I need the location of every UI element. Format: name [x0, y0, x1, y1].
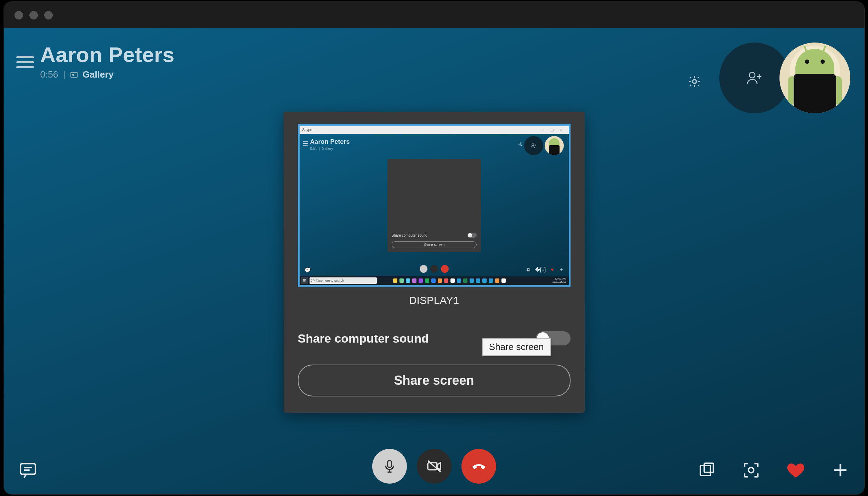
traffic-light-close[interactable] [15, 11, 23, 19]
svg-point-0 [692, 80, 696, 84]
menu-icon[interactable] [16, 53, 34, 71]
end-call-button[interactable] [461, 449, 496, 484]
gallery-icon[interactable] [70, 72, 78, 78]
svg-rect-8 [704, 463, 713, 473]
svg-rect-6 [428, 463, 437, 470]
traffic-light-zoom[interactable] [44, 11, 53, 19]
call-header: Aaron Peters 0:56 | Gallery [4, 28, 864, 113]
call-surface: Aaron Peters 0:56 | Gallery [4, 28, 864, 494]
preview-search-box: Type here to search [310, 277, 377, 284]
caller-info: Aaron Peters 0:56 | Gallery [40, 43, 175, 80]
share-screen-icon[interactable] [697, 460, 716, 480]
mute-button[interactable] [372, 449, 407, 484]
reaction-button[interactable] [786, 460, 806, 480]
preview-caller-name: Aaron Peters [310, 138, 350, 146]
preview-window-titlebar: Skype — ▢ ✕ [300, 126, 569, 134]
bottom-right-controls [697, 460, 850, 480]
svg-point-3 [532, 143, 534, 146]
preview-window-buttons: — ▢ ✕ [540, 126, 566, 134]
preview-add-participant [524, 136, 543, 155]
more-button[interactable] [830, 460, 850, 480]
divider: | [63, 69, 66, 80]
preview-inner-toggle [467, 233, 477, 238]
preview-settings-icon [518, 142, 523, 147]
preview-clock: 12:01 AM 11/13/2018 [552, 277, 568, 284]
preview-search-placeholder: Type here to search [316, 279, 344, 282]
call-subline: 0:56 | Gallery [40, 69, 175, 80]
share-screen-button[interactable]: Share screen [298, 365, 571, 396]
call-duration: 0:56 [40, 69, 58, 80]
gallery-link[interactable]: Gallery [83, 69, 114, 80]
preview-subline: 0:51 | Gallery [310, 147, 333, 151]
app-window: Aaron Peters 0:56 | Gallery [4, 2, 864, 494]
caller-name: Aaron Peters [40, 43, 175, 67]
preview-inner-panel: Share computer sound Share screen [387, 159, 481, 252]
preview-tray-icons [379, 278, 552, 283]
svg-rect-7 [700, 466, 710, 475]
display-label: DISPLAY1 [298, 294, 571, 306]
snapshot-icon[interactable] [741, 460, 761, 480]
preview-taskbar: ⊞ Type here to search [300, 276, 569, 285]
preview-right-icons: ⧉�[○] ♥＋ [527, 266, 564, 273]
preview-call-controls [420, 265, 449, 273]
preview-inner-sound-label: Share computer sound [392, 233, 427, 237]
share-screen-tooltip: Share screen [482, 338, 551, 356]
preview-menu-icon [303, 140, 308, 147]
macos-titlebar [4, 2, 864, 28]
svg-point-9 [748, 468, 754, 473]
camera-toggle-button[interactable] [417, 449, 452, 484]
settings-icon[interactable] [687, 74, 702, 89]
svg-point-2 [520, 143, 521, 145]
preview-window-title: Skype [302, 128, 312, 132]
traffic-light-minimize[interactable] [29, 11, 38, 19]
preview-start-button: ⊞ [301, 277, 308, 284]
display-preview[interactable]: Skype — ▢ ✕ Aaron Peters 0:51 | Gallery [298, 124, 571, 287]
share-screen-panel: Skype — ▢ ✕ Aaron Peters 0:51 | Gallery [284, 112, 585, 413]
svg-point-1 [749, 72, 755, 78]
svg-rect-5 [387, 461, 391, 468]
preview-inner-share-button: Share screen [392, 241, 477, 248]
preview-self-avatar [545, 136, 564, 155]
share-sound-label: Share computer sound [298, 332, 429, 345]
preview-chat-icon: 💬 [305, 267, 311, 273]
self-avatar[interactable] [779, 43, 850, 113]
